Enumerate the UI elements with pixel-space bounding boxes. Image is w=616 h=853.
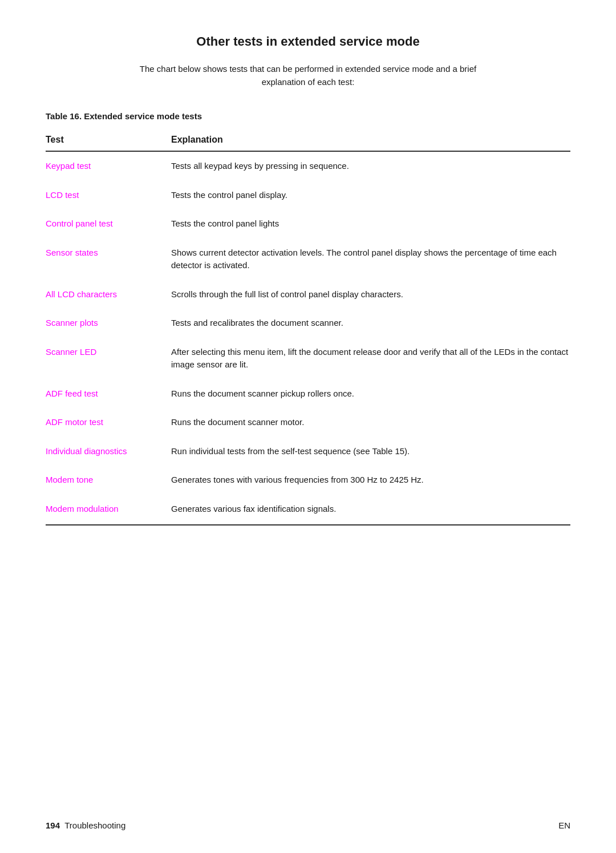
- page-container: Other tests in extended service mode The…: [0, 0, 616, 571]
- explanation-cell: Runs the document scanner motor.: [171, 408, 570, 437]
- footer-page-number: 194: [46, 820, 60, 830]
- table-row: ADF motor testRuns the document scanner …: [46, 408, 570, 437]
- service-table: Test Explanation Keypad testTests all ke…: [46, 130, 570, 525]
- explanation-cell: Tests the control panel lights: [171, 209, 570, 238]
- test-name-cell: Control panel test: [46, 209, 171, 238]
- page-footer: 194 Troubleshooting EN: [46, 820, 570, 830]
- explanation-cell: Tests the control panel display.: [171, 181, 570, 210]
- test-name-cell: LCD test: [46, 181, 171, 210]
- table-row: Modem toneGenerates tones with various f…: [46, 466, 570, 495]
- table-row: Scanner LEDAfter selecting this menu ite…: [46, 338, 570, 379]
- page-title: Other tests in extended service mode: [46, 34, 570, 49]
- test-name-cell: Scanner plots: [46, 309, 171, 338]
- test-name-cell: Scanner LED: [46, 338, 171, 379]
- table-header-row: Test Explanation: [46, 130, 570, 151]
- table-row: Control panel testTests the control pane…: [46, 209, 570, 238]
- explanation-cell: Shows current detector activation levels…: [171, 238, 570, 280]
- footer-language: EN: [558, 820, 570, 830]
- table-row: LCD testTests the control panel display.: [46, 181, 570, 210]
- table-row: Keypad testTests all keypad keys by pres…: [46, 151, 570, 181]
- table-row: Individual diagnosticsRun individual tes…: [46, 437, 570, 466]
- intro-text: The chart below shows tests that can be …: [137, 63, 479, 88]
- test-name-cell: Modem modulation: [46, 495, 171, 525]
- table-title: Table 16. Extended service mode tests: [46, 111, 570, 121]
- table-row: Modem modulationGenerates various fax id…: [46, 495, 570, 525]
- explanation-cell: Runs the document scanner pickup rollers…: [171, 379, 570, 409]
- explanation-cell: Scrolls through the full list of control…: [171, 280, 570, 309]
- explanation-cell: Tests all keypad keys by pressing in seq…: [171, 151, 570, 181]
- col-header-test: Test: [46, 130, 171, 151]
- table-row: Scanner plotsTests and recalibrates the …: [46, 309, 570, 338]
- test-name-cell: Individual diagnostics: [46, 437, 171, 466]
- footer-page-label: Troubleshooting: [64, 820, 125, 830]
- table-row: ADF feed testRuns the document scanner p…: [46, 379, 570, 409]
- col-header-explanation: Explanation: [171, 130, 570, 151]
- explanation-cell: Generates tones with various frequencies…: [171, 466, 570, 495]
- test-name-cell: Sensor states: [46, 238, 171, 280]
- table-row: Sensor statesShows current detector acti…: [46, 238, 570, 280]
- test-name-cell: Keypad test: [46, 151, 171, 181]
- table-row: All LCD charactersScrolls through the fu…: [46, 280, 570, 309]
- explanation-cell: After selecting this menu item, lift the…: [171, 338, 570, 379]
- explanation-cell: Run individual tests from the self-test …: [171, 437, 570, 466]
- explanation-cell: Tests and recalibrates the document scan…: [171, 309, 570, 338]
- footer-page-info: 194 Troubleshooting: [46, 820, 125, 830]
- test-name-cell: Modem tone: [46, 466, 171, 495]
- test-name-cell: All LCD characters: [46, 280, 171, 309]
- explanation-cell: Generates various fax identification sig…: [171, 495, 570, 525]
- test-name-cell: ADF feed test: [46, 379, 171, 409]
- test-name-cell: ADF motor test: [46, 408, 171, 437]
